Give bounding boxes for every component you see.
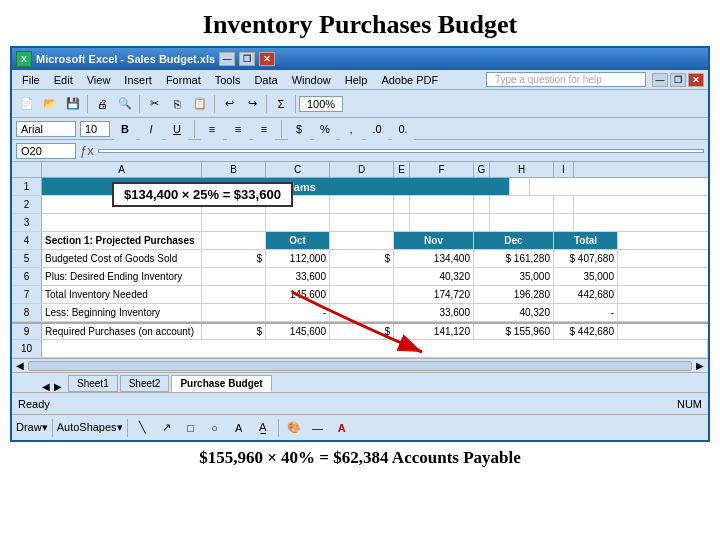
- comma-button[interactable]: ,: [340, 118, 362, 140]
- underline-button[interactable]: U: [166, 118, 188, 140]
- cell-f5: $ 161,280: [474, 250, 554, 267]
- annotation-box: $134,400 × 25% = $33,600: [112, 182, 293, 207]
- cell-g6: 35,000: [554, 268, 618, 285]
- row-number: 8: [12, 304, 42, 321]
- new-button[interactable]: 📄: [16, 93, 38, 115]
- menu-view[interactable]: View: [81, 73, 117, 87]
- menu-insert[interactable]: Insert: [118, 73, 158, 87]
- print-button[interactable]: 🖨: [91, 93, 113, 115]
- cell-g5: $ 407,680: [554, 250, 618, 267]
- name-box[interactable]: O20: [16, 143, 76, 159]
- copy-button[interactable]: ⎘: [166, 93, 188, 115]
- menu-file[interactable]: File: [16, 73, 46, 87]
- tab-sheet2[interactable]: Sheet2: [120, 375, 170, 392]
- minimize-button[interactable]: —: [219, 52, 235, 66]
- row-number: 3: [12, 214, 42, 231]
- status-ready: Ready: [18, 398, 50, 410]
- cell-f2: [410, 196, 474, 213]
- cell-c6: 33,600: [266, 268, 330, 285]
- menu-adobe[interactable]: Adobe PDF: [375, 73, 444, 87]
- bt-sep3: [278, 419, 279, 437]
- cell-b6: [202, 268, 266, 285]
- line-color-btn[interactable]: —: [307, 417, 329, 439]
- line-tool[interactable]: ╲: [132, 417, 154, 439]
- cell-d8: [330, 304, 394, 321]
- fill-color-btn[interactable]: 🎨: [283, 417, 305, 439]
- wordart-tool[interactable]: A̲: [252, 417, 274, 439]
- menu-edit[interactable]: Edit: [48, 73, 79, 87]
- increase-decimal-button[interactable]: .0: [366, 118, 388, 140]
- decrease-decimal-button[interactable]: 0.: [392, 118, 414, 140]
- sheet-tabs: ◀ ▶ Sheet1 Sheet2 Purchase Budget: [12, 372, 708, 392]
- menu-window[interactable]: Window: [286, 73, 337, 87]
- cell-b8: [202, 304, 266, 321]
- menu-format[interactable]: Format: [160, 73, 207, 87]
- row-num-header: [12, 162, 42, 177]
- cut-button[interactable]: ✂: [143, 93, 165, 115]
- col-header-b: B: [202, 162, 266, 177]
- row-number: 4: [12, 232, 42, 249]
- app-close-button[interactable]: ✕: [688, 73, 704, 87]
- row-number: 7: [12, 286, 42, 303]
- formula-input[interactable]: [98, 149, 704, 153]
- cell-d2: [330, 196, 394, 213]
- bold-button[interactable]: B: [114, 118, 136, 140]
- col-header-a: A: [42, 162, 202, 177]
- tab-scroll-left[interactable]: ◀: [42, 381, 50, 392]
- app-minimize-button[interactable]: —: [652, 73, 668, 87]
- h-scroll-track[interactable]: [28, 361, 692, 371]
- tab-purchase-budget[interactable]: Purchase Budget: [171, 375, 271, 392]
- align-center-button[interactable]: ≡: [227, 118, 249, 140]
- tab-sheet1[interactable]: Sheet1: [68, 375, 118, 392]
- align-right-button[interactable]: ≡: [253, 118, 275, 140]
- align-left-button[interactable]: ≡: [201, 118, 223, 140]
- zoom-box[interactable]: 100%: [299, 96, 343, 112]
- cell-10: [42, 340, 708, 357]
- oval-tool[interactable]: ○: [204, 417, 226, 439]
- font-color-btn[interactable]: A: [331, 417, 353, 439]
- rect-tool[interactable]: □: [180, 417, 202, 439]
- table-row: 4 Section 1: Projected Purchases Oct Nov…: [12, 232, 708, 250]
- scroll-left-btn[interactable]: ◀: [12, 360, 28, 371]
- cell-d4: [330, 232, 394, 249]
- percent-button[interactable]: %: [314, 118, 336, 140]
- excel-window: X Microsoft Excel - Sales Budget.xls — ❐…: [10, 46, 710, 442]
- tab-scroll-right[interactable]: ▶: [54, 381, 62, 392]
- app-restore-button[interactable]: ❐: [670, 73, 686, 87]
- row-number: 1: [12, 178, 42, 195]
- undo-button[interactable]: ↩: [218, 93, 240, 115]
- toolbar: 📄 📂 💾 🖨 🔍 ✂ ⎘ 📋 ↩ ↪ Σ 100%: [12, 90, 708, 118]
- preview-button[interactable]: 🔍: [114, 93, 136, 115]
- draw-label: Draw▾: [16, 421, 48, 434]
- menu-tools[interactable]: Tools: [209, 73, 247, 87]
- sum-button[interactable]: Σ: [270, 93, 292, 115]
- col-header-h: H: [490, 162, 554, 177]
- italic-button[interactable]: I: [140, 118, 162, 140]
- save-button[interactable]: 💾: [62, 93, 84, 115]
- menu-help[interactable]: Help: [339, 73, 374, 87]
- toolbar-separator-5: [295, 95, 296, 113]
- open-button[interactable]: 📂: [39, 93, 61, 115]
- cell-b9: $: [202, 324, 266, 339]
- restore-button[interactable]: ❐: [239, 52, 255, 66]
- font-size-box[interactable]: 10: [80, 121, 110, 137]
- cell-g7: 442,680: [554, 286, 618, 303]
- cell-c3: [266, 214, 330, 231]
- formula-bar: Arial 10 B I U ≡ ≡ ≡ $ % , .0 0.: [12, 118, 708, 140]
- paste-button[interactable]: 📋: [189, 93, 211, 115]
- arrow-tool[interactable]: ↗: [156, 417, 178, 439]
- menu-data[interactable]: Data: [248, 73, 283, 87]
- h-scrollbar[interactable]: ◀ ▶: [12, 358, 708, 372]
- redo-button[interactable]: ↪: [241, 93, 263, 115]
- col-header-c: C: [266, 162, 330, 177]
- scroll-right-btn[interactable]: ▶: [692, 360, 708, 371]
- textbox-tool[interactable]: A: [228, 417, 250, 439]
- cell-e9: 141,120: [394, 324, 474, 339]
- font-name-box[interactable]: Arial: [16, 121, 76, 137]
- currency-button[interactable]: $: [288, 118, 310, 140]
- toolbar-separator-4: [266, 95, 267, 113]
- cell-c7: 145,600: [266, 286, 330, 303]
- close-button[interactable]: ✕: [259, 52, 275, 66]
- help-search-box[interactable]: Type a question for help: [486, 72, 646, 87]
- cell-nov-header: Nov: [394, 232, 474, 249]
